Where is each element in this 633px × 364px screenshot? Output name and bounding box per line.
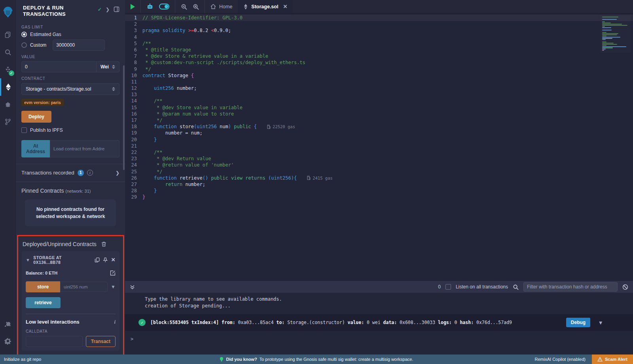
terminal-toolbar: 0 Listen on all transactions bbox=[125, 281, 633, 293]
store-arg-input[interactable] bbox=[60, 282, 108, 292]
code-line[interactable]: 22 /** bbox=[125, 149, 633, 155]
code-line[interactable]: 1// SPDX-License-Identifier: GPL-3.0 bbox=[125, 15, 633, 21]
filter-tx-input[interactable] bbox=[523, 282, 618, 292]
code-line[interactable]: 2 bbox=[125, 21, 633, 27]
debug-button[interactable]: Debug bbox=[566, 318, 590, 327]
remix-logo[interactable] bbox=[0, 2, 16, 23]
remove-contract-icon[interactable]: ✕ bbox=[111, 257, 116, 263]
estimated-gas-radio[interactable] bbox=[21, 32, 27, 37]
calldata-input[interactable] bbox=[26, 336, 83, 347]
code-line[interactable]: 12 uint256 number; bbox=[125, 85, 633, 91]
contract-label: CONTRACT bbox=[21, 76, 119, 81]
deployed-title: Deployed/Unpinned Contracts bbox=[23, 241, 97, 247]
code-lines: 1// SPDX-License-Identifier: GPL-3.023pr… bbox=[125, 15, 633, 200]
code-line[interactable]: 23 * @dev Return value bbox=[125, 155, 633, 162]
copy-address-icon[interactable] bbox=[95, 257, 100, 263]
publish-ipfs-label: Publish to IPFS bbox=[30, 127, 63, 133]
code-line[interactable]: 28 } bbox=[125, 188, 633, 194]
settings-icon[interactable] bbox=[0, 332, 16, 350]
panel-chevron-right-icon[interactable]: ❯ bbox=[106, 7, 110, 12]
code-line[interactable]: 19 number = num; bbox=[125, 130, 633, 136]
code-line[interactable]: 3pragma solidity >=0.8.2 <0.9.0; bbox=[125, 27, 633, 34]
code-line[interactable]: 26 function retrieve() public view retur… bbox=[125, 175, 633, 181]
pending-tx-count: 0 bbox=[438, 284, 441, 290]
code-line[interactable]: 25 */ bbox=[125, 169, 633, 175]
tx-success-icon: ✓ bbox=[138, 319, 146, 326]
minimap[interactable] bbox=[601, 15, 631, 53]
contract-collapse-chevron-icon[interactable]: ▼ bbox=[26, 258, 30, 262]
transactions-recorded-label: Transactions recorded bbox=[21, 170, 74, 176]
git-icon[interactable] bbox=[0, 113, 16, 131]
listen-all-checkbox[interactable] bbox=[445, 284, 451, 290]
terminal-search-icon[interactable] bbox=[513, 284, 519, 290]
pin-contract-icon[interactable] bbox=[103, 257, 108, 263]
code-line[interactable]: 17 */ bbox=[125, 117, 633, 123]
terminal: 0 Listen on all transactions Type the li… bbox=[125, 281, 633, 355]
run-script-icon[interactable] bbox=[131, 4, 135, 9]
tx-expand-icon[interactable]: ▼ bbox=[599, 320, 602, 326]
store-expand-chevron-icon[interactable]: ▼ bbox=[111, 284, 116, 290]
custom-gas-label: Custom bbox=[30, 42, 46, 48]
clear-console-icon[interactable] bbox=[622, 284, 628, 290]
code-line[interactable]: 7 * @dev Store & retrieve value in a var… bbox=[125, 53, 633, 59]
store-function-button[interactable]: store bbox=[26, 281, 60, 292]
value-unit-select[interactable]: Wei bbox=[97, 61, 119, 72]
at-address-input[interactable] bbox=[50, 140, 119, 157]
code-line[interactable]: 29} bbox=[125, 194, 633, 200]
code-line[interactable]: 5/** bbox=[125, 40, 633, 47]
deploy-run-icon[interactable] bbox=[0, 78, 16, 96]
code-line[interactable]: 27 return number; bbox=[125, 181, 633, 188]
publish-ipfs-checkbox[interactable] bbox=[21, 127, 27, 133]
low-level-info-icon[interactable]: i bbox=[114, 319, 116, 325]
tab-storage-sol[interactable]: Storage.sol ✕ bbox=[238, 0, 293, 13]
close-tab-icon[interactable]: ✕ bbox=[283, 4, 287, 9]
trash-icon[interactable] bbox=[101, 241, 106, 247]
at-address-button[interactable]: At Address bbox=[21, 140, 50, 157]
code-line[interactable]: 11 bbox=[125, 79, 633, 85]
transact-button[interactable]: Transact bbox=[86, 336, 116, 347]
custom-gas-radio[interactable] bbox=[21, 42, 27, 48]
plugin-manager-icon[interactable] bbox=[0, 315, 16, 332]
tx-expand-chevron-icon[interactable]: ❯ bbox=[116, 170, 119, 176]
tx-info-icon[interactable]: i bbox=[87, 170, 93, 176]
edit-balance-icon[interactable] bbox=[110, 270, 116, 276]
contract-select[interactable]: Storage - contracts/Storage.sol bbox=[21, 83, 119, 95]
search-icon[interactable] bbox=[0, 44, 16, 61]
code-line[interactable]: 21 bbox=[125, 143, 633, 149]
code-line[interactable]: 6 * @title Storage bbox=[125, 47, 633, 53]
deploy-button[interactable]: Deploy bbox=[21, 111, 51, 123]
code-line[interactable]: 16 * @param num value to store bbox=[125, 111, 633, 117]
zoom-out-icon[interactable] bbox=[181, 4, 187, 10]
code-line[interactable]: 8 * @custom:dev-run-script ./scripts/dep… bbox=[125, 59, 633, 66]
tab-home[interactable]: Home bbox=[205, 0, 238, 13]
code-line[interactable]: 15 * @dev Store value in variable bbox=[125, 104, 633, 111]
evm-version-badge: evm version: paris bbox=[21, 99, 64, 106]
code-line[interactable]: 20 } bbox=[125, 136, 633, 143]
custom-gas-input[interactable] bbox=[53, 40, 105, 51]
zoom-in-icon[interactable] bbox=[193, 4, 199, 10]
file-explorer-icon[interactable] bbox=[0, 26, 16, 44]
solidity-compiler-icon[interactable]: ✓ bbox=[0, 61, 16, 78]
code-editor[interactable]: 1// SPDX-License-Identifier: GPL-3.023pr… bbox=[125, 13, 633, 281]
pinned-empty-message: No pinned contracts found for selected w… bbox=[25, 199, 116, 226]
collapse-terminal-icon[interactable] bbox=[130, 284, 135, 290]
code-line[interactable]: 9 */ bbox=[125, 66, 633, 72]
code-line[interactable]: 18 function store(uint256 num) public {2… bbox=[125, 123, 633, 130]
retrieve-function-button[interactable]: retrieve bbox=[26, 297, 61, 308]
value-input[interactable] bbox=[21, 61, 97, 72]
code-line[interactable]: 14 /** bbox=[125, 98, 633, 104]
terminal-body[interactable]: Type the library name to see available c… bbox=[125, 293, 633, 355]
code-line[interactable]: 4 bbox=[125, 34, 633, 40]
code-line[interactable]: 24 * @return value of 'number' bbox=[125, 162, 633, 168]
code-line[interactable]: 13 bbox=[125, 91, 633, 98]
lightbulb-icon bbox=[220, 357, 224, 362]
value-label: VALUE bbox=[21, 55, 119, 59]
copilot-toggle-icon[interactable] bbox=[159, 4, 169, 9]
pinned-network-label: (network: 31) bbox=[65, 189, 91, 193]
debugger-icon[interactable] bbox=[0, 96, 16, 113]
code-line[interactable]: 10contract Storage { bbox=[125, 72, 633, 79]
ai-copilot-icon[interactable] bbox=[146, 4, 154, 10]
remix-ide: ✓ DEPLOY & RUN TRANSACTIONS bbox=[0, 0, 633, 364]
panel-scrollbar[interactable] bbox=[123, 65, 125, 170]
pin-panel-icon[interactable] bbox=[114, 6, 119, 12]
